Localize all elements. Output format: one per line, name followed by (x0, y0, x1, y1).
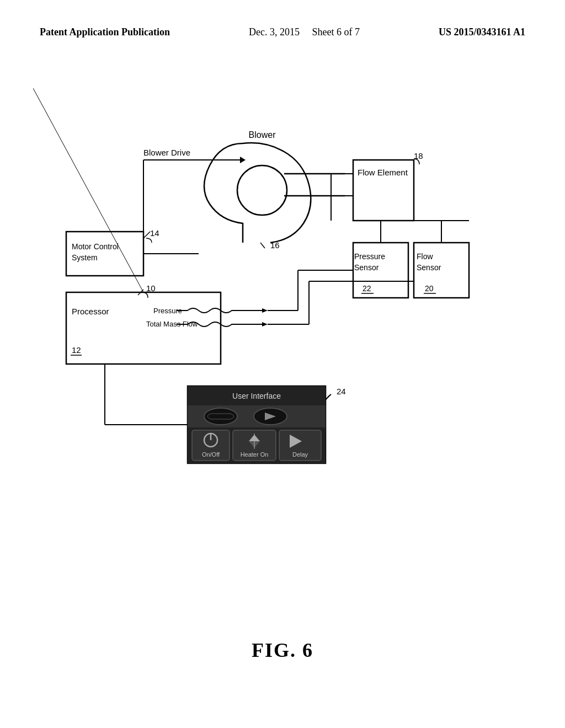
user-interface-label-text: User Interface (232, 392, 281, 400)
processor-outer-box (66, 292, 221, 364)
svg-marker-22 (262, 308, 268, 313)
svg-marker-23 (262, 322, 268, 326)
svg-marker-6 (240, 157, 246, 163)
flow-sensor-label-text: Flow (417, 252, 433, 261)
figure-label: FIG. 6 (252, 639, 313, 662)
svg-line-16 (143, 232, 150, 238)
pressure-sensor-label-text: Pressure (354, 252, 385, 261)
patent-diagram: Blower Blower Drive 18 Flow Element Pres… (33, 88, 530, 496)
date-sheet-info: Dec. 3, 2015 Sheet 6 of 7 (249, 26, 360, 38)
delay-label-text: Delay (292, 451, 308, 458)
page-header: Patent Application Publication Dec. 3, 2… (0, 0, 565, 38)
blower-drive-text: Blower Drive (143, 148, 190, 157)
on-off-label-text: On/Off (202, 451, 220, 458)
sheet-info: Sheet 6 of 7 (312, 26, 360, 38)
motor-control-label2-text: System (72, 253, 98, 262)
motor-control-num-text: 14 (150, 228, 159, 238)
blower-num-text: 16 (270, 240, 280, 250)
svg-line-47 (260, 243, 265, 248)
flow-sensor-num-text: 20 (425, 284, 434, 293)
flow-element-label-text: Flow Element (358, 168, 408, 177)
svg-rect-33 (211, 414, 231, 419)
diagram-container: Blower Blower Drive 18 Flow Element Pres… (33, 88, 530, 496)
patent-number: US 2015/0343161 A1 (439, 26, 525, 38)
total-mass-flow-label-text: Total Mass Flow (146, 320, 198, 328)
flow-sensor-label2-text: Sensor (417, 263, 441, 272)
processor-num-text: 12 (72, 345, 81, 355)
svg-point-2 (237, 165, 287, 215)
motor-control-label-text: Motor Control (72, 242, 119, 251)
pressure-sensor-num-text: 22 (363, 284, 371, 293)
blower-text: Blower (249, 130, 276, 140)
heater-on-label-text: Heater On (241, 451, 269, 458)
patent-publication-label: Patent Application Publication (40, 26, 170, 38)
ui-num-text: 24 (337, 387, 346, 396)
publication-date: Dec. 3, 2015 (249, 26, 300, 38)
pressure-sensor-label2-text: Sensor (354, 263, 379, 272)
processor-outer-num-text: 10 (146, 283, 156, 293)
processor-label-text: Processor (72, 307, 109, 316)
